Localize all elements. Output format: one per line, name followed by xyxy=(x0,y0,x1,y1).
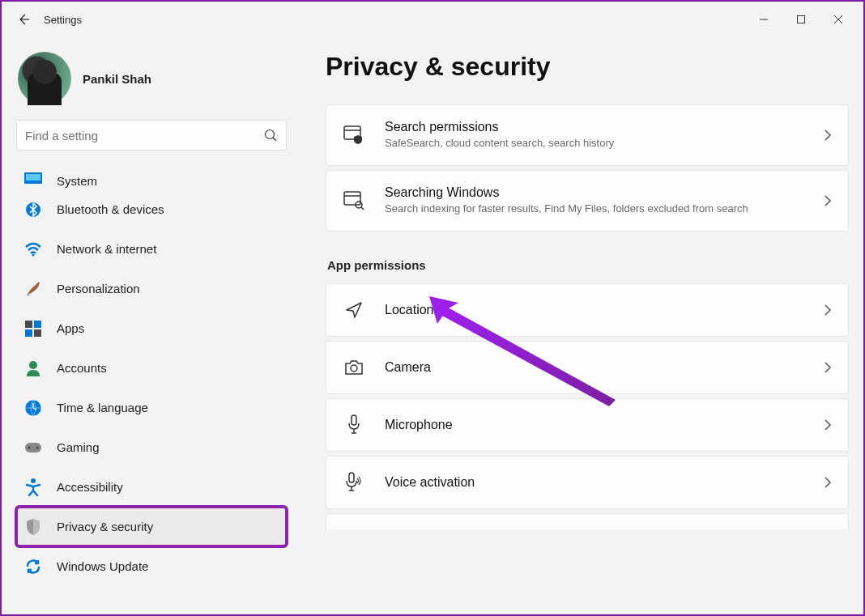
window-title: Settings xyxy=(39,14,82,26)
window-controls xyxy=(745,2,857,37)
sidebar-item-bluetooth[interactable]: Bluetooth & devices xyxy=(16,189,287,229)
back-arrow-icon xyxy=(17,13,30,26)
card-searching-windows[interactable]: Searching Windows Search indexing for fa… xyxy=(326,170,849,232)
svg-rect-22 xyxy=(349,473,354,482)
maximize-button[interactable] xyxy=(782,2,820,37)
card-title: Voice activation xyxy=(385,475,814,490)
location-icon xyxy=(343,299,365,321)
chevron-right-icon xyxy=(824,129,832,142)
svg-point-15 xyxy=(36,446,39,448)
svg-rect-6 xyxy=(25,321,32,328)
clock-globe-icon xyxy=(24,399,42,417)
brush-icon xyxy=(24,280,42,298)
sidebar-item-system[interactable]: System xyxy=(16,165,287,189)
search-icon xyxy=(264,129,278,142)
sidebar-item-update[interactable]: Windows Update xyxy=(16,546,287,586)
page-title: Privacy & security xyxy=(326,37,849,104)
sidebar-item-label: Time & language xyxy=(57,401,148,414)
card-microphone[interactable]: Microphone xyxy=(326,398,849,452)
sidebar-item-apps[interactable]: Apps xyxy=(16,308,287,348)
sidebar-item-label: Personalization xyxy=(57,282,140,295)
voice-icon xyxy=(343,471,365,494)
sidebar-item-personalization[interactable]: Personalization xyxy=(16,269,287,308)
avatar xyxy=(18,52,71,105)
sidebar-item-label: Bluetooth & devices xyxy=(57,202,164,216)
svg-rect-0 xyxy=(798,16,805,23)
monitor-icon xyxy=(24,170,42,188)
card-location[interactable]: Location xyxy=(326,283,849,337)
main-content: Privacy & security Search permissions Sa… xyxy=(301,37,863,614)
card-search-permissions[interactable]: Search permissions SafeSearch, cloud con… xyxy=(326,104,849,166)
svg-point-10 xyxy=(29,361,37,369)
sidebar-item-label: Gaming xyxy=(57,440,100,454)
svg-rect-13 xyxy=(25,443,41,452)
card-subtitle: Search indexing for faster results, Find… xyxy=(385,202,814,216)
sidebar-item-label: Network & internet xyxy=(57,242,156,256)
svg-point-16 xyxy=(31,478,36,483)
card-partial[interactable] xyxy=(326,513,849,529)
card-title: Microphone xyxy=(385,418,814,432)
back-button[interactable] xyxy=(8,4,39,35)
search-input[interactable] xyxy=(25,129,264,142)
sidebar-item-gaming[interactable]: Gaming xyxy=(16,427,287,467)
svg-point-20 xyxy=(351,365,357,372)
card-title: Search permissions xyxy=(385,120,814,134)
accessibility-icon xyxy=(24,478,42,496)
sidebar-item-label: Privacy & security xyxy=(57,520,153,533)
sidebar-item-accessibility[interactable]: Accessibility xyxy=(16,467,287,507)
sidebar-item-label: Apps xyxy=(57,321,84,335)
card-title: Camera xyxy=(385,360,814,375)
sidebar-item-accounts[interactable]: Accounts xyxy=(16,348,287,388)
minimize-button[interactable] xyxy=(745,2,782,37)
svg-rect-7 xyxy=(34,321,41,328)
wifi-icon xyxy=(24,240,42,258)
user-name: Pankil Shah xyxy=(83,72,151,86)
svg-rect-8 xyxy=(25,329,32,337)
sidebar-item-privacy[interactable]: Privacy & security xyxy=(16,507,287,546)
apps-icon xyxy=(24,320,42,338)
sidebar-item-network[interactable]: Network & internet xyxy=(16,229,287,269)
card-voice-activation[interactable]: Voice activation xyxy=(326,456,849,509)
user-profile[interactable]: Pankil Shah xyxy=(16,47,287,120)
chevron-right-icon xyxy=(824,361,832,374)
bluetooth-icon xyxy=(24,201,42,219)
svg-rect-9 xyxy=(34,329,41,337)
section-label: App permissions xyxy=(326,236,849,283)
card-title: Location xyxy=(385,303,814,317)
svg-point-1 xyxy=(266,130,275,138)
sidebar-item-label: Windows Update xyxy=(57,559,148,573)
window-search-icon xyxy=(343,189,365,212)
titlebar: Settings xyxy=(2,2,863,37)
chevron-right-icon xyxy=(824,476,832,489)
sync-icon xyxy=(24,558,42,576)
chevron-right-icon xyxy=(824,304,832,316)
microphone-icon xyxy=(343,414,365,436)
search-box[interactable] xyxy=(16,120,287,151)
sidebar: Pankil Shah System Bluetooth & devices N… xyxy=(2,37,301,614)
card-title: Searching Windows xyxy=(385,185,814,200)
shield-icon xyxy=(24,518,42,536)
sidebar-item-time[interactable]: Time & language xyxy=(16,388,287,427)
gamepad-icon xyxy=(24,439,42,457)
chevron-right-icon xyxy=(824,418,832,431)
window-shield-icon xyxy=(343,124,365,147)
camera-icon xyxy=(343,356,365,379)
sidebar-item-label: System xyxy=(57,174,97,188)
svg-point-5 xyxy=(32,253,35,256)
card-camera[interactable]: Camera xyxy=(326,341,849,394)
svg-point-14 xyxy=(28,446,31,448)
card-subtitle: SafeSearch, cloud content search, search… xyxy=(385,136,814,151)
chevron-right-icon xyxy=(824,194,832,207)
close-button[interactable] xyxy=(820,2,857,37)
svg-rect-18 xyxy=(344,192,360,205)
sidebar-item-label: Accounts xyxy=(57,361,107,375)
svg-rect-3 xyxy=(26,174,40,181)
sidebar-item-label: Accessibility xyxy=(57,480,123,494)
svg-rect-21 xyxy=(352,415,356,425)
person-icon xyxy=(24,359,42,377)
